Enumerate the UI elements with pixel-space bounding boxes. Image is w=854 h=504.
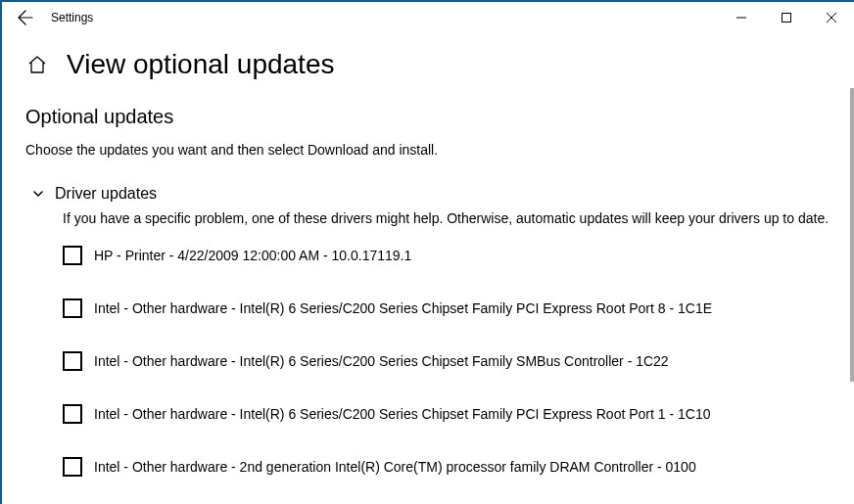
update-label: Intel - Other hardware - Intel(R) 6 Seri…	[94, 300, 712, 316]
minimize-button[interactable]	[719, 2, 764, 33]
window-controls	[719, 2, 854, 33]
update-label: HP - Printer - 4/22/2009 12:00:00 AM - 1…	[94, 248, 411, 263]
app-title: Settings	[45, 11, 93, 24]
content-area: Optional updates Choose the updates you …	[2, 88, 854, 502]
update-item: Intel - Other hardware - Intel(R) 6 Seri…	[63, 404, 830, 424]
update-checkbox[interactable]	[63, 246, 82, 265]
update-item: HP - Printer - 4/22/2009 12:00:00 AM - 1…	[63, 246, 830, 265]
update-item: Intel - Other hardware - Intel(R) 6 Seri…	[63, 351, 830, 371]
group-help-text: If you have a specific problem, one of t…	[63, 210, 830, 226]
back-arrow-icon	[18, 10, 33, 25]
page-header: View optional updates	[2, 33, 854, 88]
titlebar: Settings	[2, 2, 854, 33]
home-button[interactable]	[25, 53, 49, 76]
update-checkbox[interactable]	[63, 298, 82, 318]
section-title: Optional updates	[25, 106, 830, 128]
update-label: Intel - Other hardware - 2nd generation …	[94, 459, 696, 475]
page-title: View optional updates	[67, 49, 334, 80]
update-item: Intel - Other hardware - 2nd generation …	[63, 457, 830, 477]
minimize-icon	[736, 13, 746, 23]
group-title: Driver updates	[55, 185, 157, 203]
chevron-down-icon	[31, 187, 45, 201]
section-description: Choose the updates you want and then sel…	[25, 142, 830, 158]
scrollbar[interactable]	[850, 88, 854, 382]
update-label: Intel - Other hardware - Intel(R) 6 Seri…	[94, 353, 669, 369]
update-label: Intel - Other hardware - Intel(R) 6 Seri…	[94, 406, 710, 422]
close-button[interactable]	[809, 2, 854, 33]
update-item: Intel - Other hardware - Intel(R) 6 Seri…	[63, 298, 830, 318]
home-icon	[27, 55, 47, 74]
update-checkbox[interactable]	[63, 457, 82, 477]
close-icon	[827, 13, 836, 23]
svg-rect-1	[783, 14, 791, 23]
update-checkbox[interactable]	[63, 351, 82, 371]
update-checkbox[interactable]	[63, 404, 82, 424]
maximize-icon	[782, 13, 791, 23]
back-button[interactable]	[6, 2, 45, 33]
maximize-button[interactable]	[764, 2, 809, 33]
driver-updates-group-header[interactable]: Driver updates	[31, 185, 830, 203]
update-list: HP - Printer - 4/22/2009 12:00:00 AM - 1…	[63, 246, 830, 477]
